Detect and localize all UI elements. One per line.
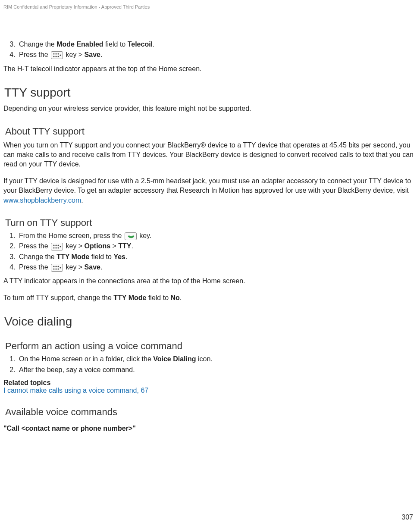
action-label: Save [85,263,100,271]
field-name: Mode Enabled [56,41,103,48]
menu-path: TTY [118,242,131,250]
menu-path: Options [85,242,110,250]
svg-point-14 [53,266,55,267]
step-text: field to [146,294,170,301]
subsection-about-tty: About TTY support [3,126,417,137]
page-number: 307 [401,513,413,521]
subsection-turn-on-tty: Turn on TTY support [3,217,417,229]
list-item: From the Home screen, press the key. [17,231,417,241]
step-text: Press the [19,242,50,250]
list-item: After the beep, say a voice command. [17,365,417,375]
svg-point-3 [53,56,55,57]
svg-point-1 [56,53,57,55]
para-text: . [180,294,182,301]
svg-point-11 [56,247,57,249]
field-value: No [170,294,179,301]
field-name: TTY Mode [113,294,146,301]
step-text: > [110,242,118,250]
para-text: To turn off TTY support, change the [3,294,113,301]
step-text: Change the [19,41,56,48]
step-text: . [153,41,154,48]
about-tty-paragraph: When you turn on TTY support and you con… [3,141,417,169]
step-text: field to [89,253,113,260]
svg-point-7 [53,245,55,246]
related-topics-heading: Related topics [3,379,417,387]
step-text: . [132,242,133,250]
tty-result-paragraph: A TTY indicator appears in the connectio… [3,276,417,286]
step-text: . [100,263,102,271]
section-title-tty: TTY support [3,86,417,100]
para-text: If your TTY device is designed for use w… [3,177,411,194]
svg-point-13 [60,246,61,247]
step-text: key > [64,263,85,271]
mode-enabled-steps: Change the Mode Enabled field to Telecoi… [3,40,417,60]
svg-point-0 [53,53,55,55]
icon-name: Voice Dialing [153,355,196,363]
step-text: After the beep, say a voice command. [19,366,135,373]
field-value: Telecoil [128,41,153,48]
menu-key-icon [51,51,63,59]
tty-turn-off-paragraph: To turn off TTY support, change the TTY … [3,293,417,303]
subsection-available-commands: Available voice commands [3,407,417,418]
svg-point-15 [56,266,57,267]
svg-point-6 [60,55,61,56]
document-page: RIM Confidential and Proprietary Informa… [0,0,420,529]
menu-key-icon [51,243,63,250]
turn-on-tty-steps: From the Home screen, press the key. Pre… [3,231,417,272]
list-item: Press the key > Save. [17,50,417,59]
field-name: TTY Mode [56,253,89,260]
svg-point-10 [53,247,55,249]
list-item: Press the key > Options > TTY. [17,241,417,251]
step-text: field to [103,41,128,48]
list-item: Press the key > Save. [17,263,417,272]
confidential-header: RIM Confidential and Proprietary Informa… [0,4,420,40]
call-key-icon [125,232,137,240]
para-text: . [81,197,83,204]
step-text: key > [64,242,85,250]
svg-point-12 [58,247,59,249]
step-text: On the Home screen or in a folder, click… [19,355,153,363]
subsection-perform-voice: Perform an action using a voice command [3,341,417,352]
step-text: key > [64,51,85,58]
svg-point-18 [56,268,57,269]
svg-point-4 [56,56,57,57]
step-text: Change the [19,253,56,260]
step-text: icon. [196,355,213,363]
step-text: Press the [19,51,50,58]
svg-point-17 [53,268,55,269]
related-topic-link[interactable]: I cannot make calls using a voice comman… [3,387,417,394]
tty-intro: Depending on your wireless service provi… [3,104,417,113]
voice-command-call: "Call <contact name or phone number>" [3,425,417,432]
section-title-voice: Voice dialing [3,315,417,329]
svg-point-19 [58,268,59,269]
step-text: . [125,253,127,260]
list-item: Change the Mode Enabled field to Telecoi… [17,40,417,49]
result-paragraph: The H-T telecoil indicator appears at th… [3,64,417,74]
step-text: . [100,51,102,58]
svg-point-16 [58,266,59,267]
step-text: Press the [19,263,50,271]
list-item: Change the TTY Mode field to Yes. [17,252,417,262]
svg-point-2 [58,53,59,55]
about-tty-paragraph-2: If your TTY device is designed for use w… [3,176,417,205]
field-value: Yes [113,253,125,260]
svg-point-9 [58,245,59,246]
step-text: From the Home screen, press the [19,232,124,239]
svg-point-20 [60,267,61,268]
svg-point-5 [58,56,59,57]
step-text: key. [138,232,152,239]
voice-steps: On the Home screen or in a folder, click… [3,354,417,375]
menu-key-icon [51,264,63,272]
shop-blackberry-link[interactable]: www.shopblackberry.com [3,197,81,204]
list-item: On the Home screen or in a folder, click… [17,354,417,364]
action-label: Save [85,51,100,58]
svg-point-8 [56,245,57,246]
page-content: Change the Mode Enabled field to Telecoi… [0,40,420,432]
